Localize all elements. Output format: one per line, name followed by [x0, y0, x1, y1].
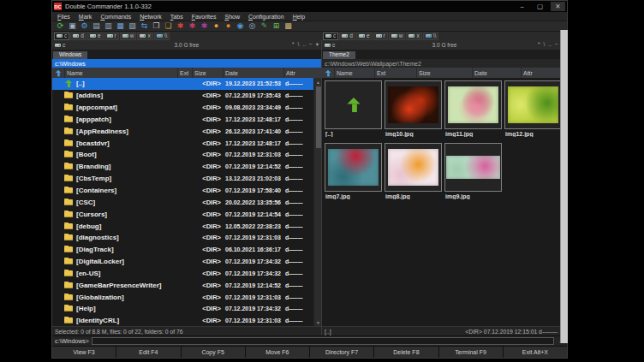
file-row[interactable]: [CbsTemp]<DIR>13.12.2023 21:02:03d------… — [52, 173, 313, 185]
file-row[interactable]: [en-US]<DIR>07.12.2019 17:34:32d-------- — [52, 268, 313, 280]
fn-delete-f8[interactable]: Delete F8 — [374, 347, 438, 358]
tab-windows[interactable]: Windows — [53, 51, 87, 60]
scroll-up-icon[interactable]: ▲ — [314, 78, 321, 86]
fn-edit-f4[interactable]: Edit F4 — [116, 347, 180, 358]
menu-favorites[interactable]: Favorites — [192, 14, 217, 20]
root-dir-button[interactable]: \ — [544, 42, 546, 48]
drive-button-e[interactable]: e — [87, 33, 104, 40]
drive-button-d[interactable]: d — [70, 33, 86, 40]
paste-icon[interactable]: ▩ — [283, 21, 293, 31]
edit-file-icon[interactable]: ✎ — [259, 21, 269, 31]
menu-help[interactable]: Help — [293, 14, 305, 20]
file-row[interactable]: [bcastdvr]<DIR>17.12.2023 12:48:17d-----… — [52, 137, 313, 149]
file-row[interactable]: [DigitalLocker]<DIR>07.12.2019 17:34:32d… — [52, 256, 313, 268]
column-header-attr[interactable]: Attr — [283, 68, 321, 78]
star-button[interactable]: * — [538, 42, 540, 48]
file-row[interactable]: [CSC]<DIR>20.02.2022 13:35:56d-------- — [52, 196, 313, 208]
drive-button-w[interactable]: w — [120, 33, 137, 40]
drive-button-r[interactable]: r — [373, 33, 388, 40]
command-input[interactable] — [92, 337, 554, 345]
column-header-date[interactable]: Date — [223, 68, 283, 78]
column-header-date[interactable]: Date — [472, 68, 521, 78]
parent-dir-button[interactable]: .. — [302, 42, 306, 48]
right-drive-selector[interactable]: c — [325, 42, 335, 48]
file-row[interactable]: [Containers]<DIR>07.12.2019 17:58:40d---… — [52, 185, 313, 197]
file-row[interactable]: [GameBarPresenceWriter]<DIR>07.12.2019 1… — [52, 279, 313, 291]
tab-theme2[interactable]: Theme2 — [323, 51, 355, 60]
copy-files-icon[interactable]: ❐ — [152, 21, 161, 31]
left-drive-selector[interactable]: c — [55, 42, 65, 48]
thumbnail-item[interactable]: img7.jpg — [325, 143, 383, 205]
fn-view-f3[interactable]: View F3 — [52, 347, 116, 358]
minus-button[interactable]: − — [309, 42, 313, 48]
fn-directory-f7[interactable]: Directory F7 — [310, 347, 373, 358]
scroll-down-icon[interactable]: ▼ — [314, 318, 321, 326]
network-button[interactable]: \\ — [154, 33, 170, 40]
fn-terminal-f9[interactable]: Terminal F9 — [439, 347, 503, 358]
star-button[interactable]: * — [292, 42, 295, 48]
show-terminal-icon[interactable]: ▣ — [68, 21, 77, 31]
minimize-button[interactable]: – — [515, 2, 529, 11]
left-scrollbar[interactable]: ▲ ▼ — [313, 78, 321, 326]
menu-tabs[interactable]: Tabs — [170, 14, 183, 20]
column-header-size[interactable]: Size — [192, 68, 223, 78]
file-row[interactable]: [Globalization]<DIR>07.12.2019 12:31:03d… — [52, 291, 313, 303]
column-header-ext[interactable]: Ext — [177, 68, 192, 78]
full-view-icon[interactable]: ▥ — [104, 21, 113, 31]
fn-exit-alt-x[interactable]: Exit Alt+X — [504, 347, 567, 358]
column-header-size[interactable]: Size — [416, 68, 472, 78]
thumbnail-item[interactable]: img9.jpg — [444, 143, 503, 205]
pack-icon[interactable]: ✱ — [188, 21, 197, 31]
drive-button-x[interactable]: x — [137, 33, 152, 40]
flat-view-icon[interactable]: ▧ — [128, 21, 137, 31]
file-row[interactable]: [appcompat]<DIR>09.08.2023 23:34:49d----… — [52, 102, 313, 114]
file-row[interactable]: [addins]<DIR>07.12.2019 17:35:43d-------… — [52, 90, 313, 102]
move-files-icon[interactable]: ❏ — [164, 21, 173, 31]
thumbnail-item[interactable]: img10.jpg — [385, 80, 443, 143]
sort-column-header[interactable] — [322, 68, 334, 78]
column-header-ext[interactable]: Ext — [374, 68, 416, 78]
file-row[interactable]: [Boot]<DIR>07.12.2019 12:31:03d-------- — [52, 149, 313, 161]
file-row[interactable]: [debug]<DIR>12.05.2022 22:38:23d-------- — [52, 220, 313, 232]
compare-dirs-icon[interactable]: ● — [224, 21, 233, 31]
sort-column-header[interactable] — [52, 68, 64, 78]
right-pane-scrollbar[interactable] — [560, 30, 568, 343]
new-file-icon[interactable]: ⊞ — [271, 21, 281, 31]
file-row[interactable]: [AppReadiness]<DIR>26.12.2023 17:41:40d-… — [52, 125, 313, 137]
menu-mark[interactable]: Mark — [79, 14, 92, 20]
file-row[interactable]: [..]<DIR>19.12.2023 21:52:53d-------- — [52, 78, 313, 90]
file-row[interactable]: [DiagTrack]<DIR>06.10.2021 16:36:17d----… — [52, 244, 313, 256]
column-header-name[interactable]: Name — [334, 68, 374, 78]
file-row[interactable]: [Branding]<DIR>07.12.2019 12:14:52d-----… — [52, 161, 313, 173]
history-dropdown-icon[interactable]: ▾ — [316, 42, 319, 48]
file-row[interactable]: [Cursors]<DIR>07.12.2019 12:14:54d------… — [52, 208, 313, 220]
maximize-button[interactable]: ▢ — [533, 2, 547, 11]
swap-panels-icon[interactable]: ⇆ — [140, 21, 149, 31]
left-path-bar[interactable]: c:\Windows — [52, 59, 321, 68]
drive-button-x[interactable]: x — [406, 33, 421, 40]
file-row[interactable]: [diagnostics]<DIR>07.12.2019 12:31:03d--… — [52, 232, 313, 244]
drive-button-e[interactable]: e — [356, 33, 373, 40]
network-button[interactable]: \\ — [423, 33, 439, 40]
brief-view-icon[interactable]: ▤ — [92, 21, 101, 31]
thumbnail-item[interactable]: img12.jpg — [504, 80, 563, 143]
menu-network[interactable]: Network — [140, 14, 162, 20]
thumbnail-item[interactable]: img8.jpg — [385, 143, 443, 205]
close-button[interactable]: ✕ — [551, 2, 565, 11]
drive-button-w[interactable]: w — [389, 33, 406, 40]
quick-view-icon[interactable]: ◎ — [247, 21, 257, 31]
extract-icon[interactable]: ✱ — [200, 21, 209, 31]
sync-dirs-icon[interactable]: ● — [212, 21, 221, 31]
file-row[interactable]: [apppatch]<DIR>17.12.2023 12:48:17d-----… — [52, 114, 313, 126]
multi-rename-icon[interactable]: ✱ — [176, 21, 185, 31]
thumbnail-item[interactable]: [..] — [325, 80, 383, 143]
options-icon[interactable]: ⚙ — [80, 21, 89, 31]
file-row[interactable]: [IdentityCRL]<DIR>07.12.2019 12:31:03d--… — [52, 315, 313, 326]
file-row[interactable]: [Help]<DIR>07.12.2019 17:34:32d-------- — [52, 303, 313, 315]
menu-commands[interactable]: Commands — [100, 14, 131, 20]
right-path-bar[interactable]: c:\Windows\Web\Wallpaper\Theme2 — [322, 59, 567, 68]
column-header-name[interactable]: Name — [64, 68, 177, 78]
refresh-icon[interactable]: ⟳ — [56, 21, 65, 31]
menu-show[interactable]: Show — [224, 14, 240, 20]
drive-button-d[interactable]: d — [339, 33, 355, 40]
